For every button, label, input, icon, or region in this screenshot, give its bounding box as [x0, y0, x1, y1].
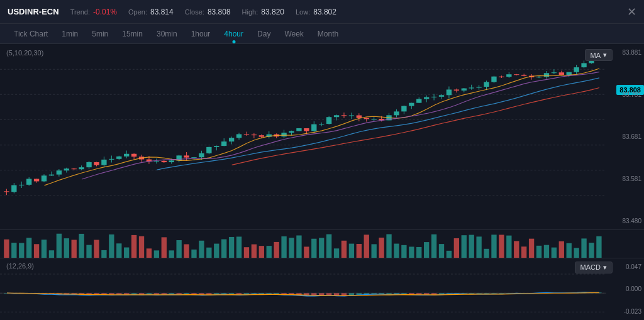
- close-label: Close:: [185, 8, 204, 16]
- svg-rect-203: [281, 236, 286, 258]
- timeframe-1min[interactable]: 1min: [55, 27, 84, 41]
- svg-rect-41: [131, 154, 136, 157]
- open-value: 83.814: [150, 8, 174, 16]
- svg-rect-111: [394, 111, 399, 115]
- svg-rect-55: [184, 155, 189, 157]
- svg-rect-29: [86, 162, 91, 167]
- high-label: High:: [242, 8, 258, 16]
- svg-rect-231: [491, 234, 496, 258]
- svg-rect-221: [416, 247, 421, 258]
- timeframe-month[interactable]: Month: [311, 27, 345, 41]
- svg-rect-7: [4, 191, 9, 192]
- macd-params-label: (12,26,9): [6, 262, 34, 270]
- svg-rect-199: [252, 244, 257, 258]
- trend-value: -0.01%: [93, 8, 117, 16]
- svg-rect-81: [281, 133, 286, 136]
- close-button[interactable]: ✕: [627, 6, 636, 18]
- svg-rect-129: [462, 89, 467, 91]
- svg-rect-49: [162, 161, 167, 162]
- svg-rect-149: [536, 77, 541, 77]
- svg-rect-51: [169, 160, 174, 162]
- svg-rect-193: [206, 247, 211, 258]
- svg-rect-235: [521, 246, 526, 258]
- svg-rect-207: [311, 238, 316, 258]
- svg-rect-83: [289, 131, 294, 133]
- svg-rect-209: [326, 234, 331, 258]
- chart-container: (5,10,20,30) MA ▾ 83.881 83.781 83.681 8…: [0, 44, 644, 320]
- svg-rect-181: [116, 243, 121, 258]
- ma-params-label: (5,10,20,30): [6, 49, 43, 57]
- svg-rect-171: [42, 240, 47, 258]
- timeframe-week[interactable]: Week: [278, 27, 309, 41]
- svg-rect-155: [559, 72, 564, 75]
- open-label: Open:: [128, 8, 147, 16]
- macd-dropdown-icon: ▾: [603, 263, 607, 272]
- svg-rect-59: [199, 153, 204, 157]
- svg-rect-211: [341, 241, 347, 258]
- macd-params: (12,26,9): [6, 262, 34, 270]
- svg-rect-113: [401, 106, 406, 112]
- ma-indicator-dropdown[interactable]: MA ▾: [585, 49, 613, 61]
- svg-rect-220: [409, 246, 414, 258]
- svg-rect-230: [484, 249, 489, 258]
- svg-rect-228: [469, 234, 474, 258]
- svg-rect-192: [199, 241, 204, 258]
- svg-rect-115: [409, 103, 414, 106]
- svg-rect-131: [469, 87, 474, 88]
- svg-rect-141: [506, 74, 511, 77]
- macd-level-2: 0.000: [609, 285, 641, 292]
- svg-rect-172: [49, 250, 54, 258]
- svg-rect-202: [274, 242, 279, 258]
- price-level-3: 83.681: [609, 133, 641, 140]
- low-value: 83.802: [313, 8, 336, 16]
- svg-rect-119: [424, 97, 429, 99]
- ma-button[interactable]: MA ▾: [585, 49, 613, 61]
- svg-rect-169: [26, 238, 31, 258]
- timeframe-day[interactable]: Day: [251, 27, 277, 41]
- svg-rect-236: [529, 238, 534, 258]
- price-level-5: 83.480: [609, 218, 641, 224]
- open-stat: Open: 83.814: [128, 8, 174, 16]
- timeframe-tick-chart[interactable]: Tick Chart: [8, 27, 54, 41]
- high-value: 83.820: [261, 8, 284, 16]
- timeframe-30min[interactable]: 30min: [150, 27, 184, 41]
- svg-rect-117: [416, 99, 421, 102]
- svg-rect-97: [341, 115, 347, 116]
- svg-rect-63: [214, 146, 219, 147]
- svg-rect-187: [162, 237, 167, 258]
- svg-rect-69: [236, 134, 242, 138]
- svg-rect-143: [514, 74, 519, 75]
- svg-rect-216: [379, 238, 384, 258]
- timeframe-4hour[interactable]: 4hour: [218, 27, 250, 41]
- timeframe-5min[interactable]: 5min: [86, 27, 114, 41]
- svg-rect-159: [574, 67, 579, 72]
- timeframe-1hour[interactable]: 1hour: [185, 27, 217, 41]
- svg-rect-103: [364, 118, 369, 119]
- svg-rect-168: [19, 243, 24, 258]
- ma-dropdown-icon: ▾: [603, 51, 607, 59]
- svg-rect-161: [581, 63, 586, 67]
- svg-rect-23: [64, 168, 69, 170]
- macd-indicator-dropdown[interactable]: MACD ▾: [575, 262, 613, 273]
- svg-rect-210: [334, 248, 339, 258]
- svg-rect-243: [581, 238, 586, 258]
- timeframe-15min[interactable]: 15min: [116, 27, 149, 41]
- svg-rect-179: [101, 250, 106, 258]
- svg-rect-127: [454, 89, 459, 91]
- svg-rect-21: [57, 170, 62, 174]
- price-level-1: 83.881: [609, 49, 641, 56]
- ma-params: (5,10,20,30): [6, 49, 43, 57]
- candlestick-chart: [0, 44, 606, 214]
- macd-button[interactable]: MACD ▾: [575, 262, 613, 273]
- svg-rect-125: [447, 89, 452, 95]
- svg-rect-237: [536, 246, 541, 258]
- svg-rect-222: [424, 242, 429, 258]
- main-chart: (5,10,20,30) MA ▾ 83.881 83.781 83.681 8…: [0, 44, 644, 230]
- svg-rect-91: [319, 124, 324, 124]
- svg-rect-175: [72, 240, 77, 258]
- svg-rect-174: [64, 238, 69, 258]
- macd-level-1: 0.047: [609, 263, 641, 270]
- trend-stat: Trend: -0.01%: [70, 8, 117, 16]
- svg-rect-93: [326, 117, 331, 124]
- svg-rect-135: [484, 82, 489, 87]
